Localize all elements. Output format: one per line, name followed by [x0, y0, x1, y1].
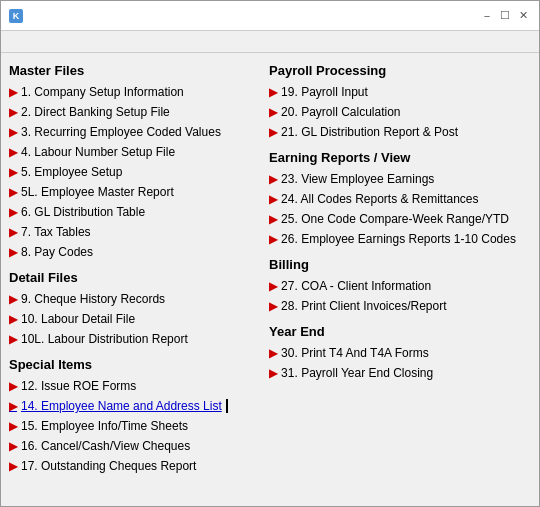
- menu-item-label-27: 27. COA - Client Information: [281, 277, 431, 295]
- menu-item-20[interactable]: ▶20. Payroll Calculation: [269, 102, 531, 122]
- arrow-icon-20: ▶: [269, 104, 277, 121]
- arrow-icon-24: ▶: [269, 191, 277, 208]
- menu-item-label-25: 25. One Code Compare-Week Range/YTD: [281, 210, 509, 228]
- menu-item-9[interactable]: ▶9. Cheque History Records: [9, 289, 257, 309]
- menu-item-8[interactable]: ▶8. Pay Codes: [9, 242, 257, 262]
- menu-item-26[interactable]: ▶26. Employee Earnings Reports 1-10 Code…: [269, 229, 531, 249]
- menu-item-label-17: 17. Outstanding Cheques Report: [21, 457, 196, 475]
- menu-item-label-26: 26. Employee Earnings Reports 1-10 Codes: [281, 230, 516, 248]
- arrow-icon-2: ▶: [9, 104, 17, 121]
- menu-item-label-9: 9. Cheque History Records: [21, 290, 165, 308]
- main-window: K − ☐ ✕ Master Files▶1. Company Setup In…: [0, 0, 540, 507]
- arrow-icon-7: ▶: [9, 224, 17, 241]
- menu-item-6[interactable]: ▶6. GL Distribution Table: [9, 202, 257, 222]
- title-bar: K − ☐ ✕: [1, 1, 539, 31]
- menu-item-25[interactable]: ▶25. One Code Compare-Week Range/YTD: [269, 209, 531, 229]
- menu-item-10[interactable]: ▶10. Labour Detail File: [9, 309, 257, 329]
- menu-item-101[interactable]: ▶10L. Labour Distribution Report: [9, 329, 257, 349]
- arrow-icon-3: ▶: [9, 124, 17, 141]
- maximize-button[interactable]: ☐: [497, 8, 513, 24]
- menu-item-4[interactable]: ▶4. Labour Number Setup File: [9, 142, 257, 162]
- arrow-icon-51: ▶: [9, 184, 17, 201]
- menu-item-51[interactable]: ▶5L. Employee Master Report: [9, 182, 257, 202]
- menu-item-16[interactable]: ▶16. Cancel/Cash/View Cheques: [9, 436, 257, 456]
- arrow-icon-19: ▶: [269, 84, 277, 101]
- arrow-icon-17: ▶: [9, 458, 17, 475]
- section-title-2: Special Items: [9, 357, 257, 372]
- arrow-icon-30: ▶: [269, 345, 277, 362]
- section-title-3: Year End: [269, 324, 531, 339]
- menu-item-label-7: 7. Tax Tables: [21, 223, 91, 241]
- arrow-icon-21: ▶: [269, 124, 277, 141]
- menu-item-label-3: 3. Recurring Employee Coded Values: [21, 123, 221, 141]
- section-title-2: Billing: [269, 257, 531, 272]
- menu-item-24[interactable]: ▶24. All Codes Reports & Remittances: [269, 189, 531, 209]
- cursor-indicator: [226, 399, 240, 413]
- arrow-icon-28: ▶: [269, 298, 277, 315]
- menu-item-2[interactable]: ▶2. Direct Banking Setup File: [9, 102, 257, 122]
- arrow-icon-8: ▶: [9, 244, 17, 261]
- menu-item-12[interactable]: ▶12. Issue ROE Forms: [9, 376, 257, 396]
- menu-item-label-4: 4. Labour Number Setup File: [21, 143, 175, 161]
- menu-item-17[interactable]: ▶17. Outstanding Cheques Report: [9, 456, 257, 476]
- menu-item-28[interactable]: ▶28. Print Client Invoices/Report: [269, 296, 531, 316]
- close-button[interactable]: ✕: [515, 8, 531, 24]
- arrow-icon-25: ▶: [269, 211, 277, 228]
- menu-item-14[interactable]: ▶14. Employee Name and Address List: [9, 396, 257, 416]
- arrow-icon-9: ▶: [9, 291, 17, 308]
- app-icon: K: [9, 9, 23, 23]
- menu-item-label-30: 30. Print T4 And T4A Forms: [281, 344, 429, 362]
- arrow-icon-1: ▶: [9, 84, 17, 101]
- arrow-icon-4: ▶: [9, 144, 17, 161]
- menu-item-label-15: 15. Employee Info/Time Sheets: [21, 417, 188, 435]
- menu-item-label-8: 8. Pay Codes: [21, 243, 93, 261]
- menu-item-19[interactable]: ▶19. Payroll Input: [269, 82, 531, 102]
- section-title-0: Payroll Processing: [269, 63, 531, 78]
- arrow-icon-23: ▶: [269, 171, 277, 188]
- arrow-icon-5: ▶: [9, 164, 17, 181]
- menu-item-5[interactable]: ▶5. Employee Setup: [9, 162, 257, 182]
- title-controls: − ☐ ✕: [479, 8, 531, 24]
- main-content: Master Files▶1. Company Setup Informatio…: [1, 53, 539, 506]
- menu-item-label-101: 10L. Labour Distribution Report: [21, 330, 188, 348]
- menu-item-23[interactable]: ▶23. View Employee Earnings: [269, 169, 531, 189]
- menu-item-label-1: 1. Company Setup Information: [21, 83, 184, 101]
- arrow-icon-6: ▶: [9, 204, 17, 221]
- menu-item-7[interactable]: ▶7. Tax Tables: [9, 222, 257, 242]
- menu-item-27[interactable]: ▶27. COA - Client Information: [269, 276, 531, 296]
- menu-item-label-6: 6. GL Distribution Table: [21, 203, 145, 221]
- menu-item-31[interactable]: ▶31. Payroll Year End Closing: [269, 363, 531, 383]
- section-title-1: Earning Reports / View: [269, 150, 531, 165]
- right-column: Payroll Processing▶19. Payroll Input▶20.…: [265, 63, 531, 496]
- menu-item-label-51: 5L. Employee Master Report: [21, 183, 174, 201]
- menu-item-label-20: 20. Payroll Calculation: [281, 103, 400, 121]
- menu-item-label-28: 28. Print Client Invoices/Report: [281, 297, 446, 315]
- menu-item-label-2: 2. Direct Banking Setup File: [21, 103, 170, 121]
- menu-item-label-5: 5. Employee Setup: [21, 163, 122, 181]
- arrow-icon-12: ▶: [9, 378, 17, 395]
- menu-file[interactable]: [5, 40, 17, 44]
- menu-item-3[interactable]: ▶3. Recurring Employee Coded Values: [9, 122, 257, 142]
- menu-item-label-19: 19. Payroll Input: [281, 83, 368, 101]
- arrow-icon-14: ▶: [9, 398, 17, 415]
- menu-item-label-23: 23. View Employee Earnings: [281, 170, 434, 188]
- arrow-icon-15: ▶: [9, 418, 17, 435]
- section-title-1: Detail Files: [9, 270, 257, 285]
- title-bar-left: K: [9, 9, 29, 23]
- menu-item-label-24: 24. All Codes Reports & Remittances: [281, 190, 478, 208]
- menu-item-30[interactable]: ▶30. Print T4 And T4A Forms: [269, 343, 531, 363]
- menu-item-label-21: 21. GL Distribution Report & Post: [281, 123, 458, 141]
- arrow-icon-31: ▶: [269, 365, 277, 382]
- left-column: Master Files▶1. Company Setup Informatio…: [9, 63, 265, 496]
- menu-item-15[interactable]: ▶15. Employee Info/Time Sheets: [9, 416, 257, 436]
- menu-item-label-14: 14. Employee Name and Address List: [21, 397, 222, 415]
- menu-item-1[interactable]: ▶1. Company Setup Information: [9, 82, 257, 102]
- menu-item-21[interactable]: ▶21. GL Distribution Report & Post: [269, 122, 531, 142]
- arrow-icon-16: ▶: [9, 438, 17, 455]
- minimize-button[interactable]: −: [479, 8, 495, 24]
- arrow-icon-27: ▶: [269, 278, 277, 295]
- menu-help[interactable]: [45, 40, 57, 44]
- menu-tools[interactable]: [25, 40, 37, 44]
- arrow-icon-26: ▶: [269, 231, 277, 248]
- arrow-icon-101: ▶: [9, 331, 17, 348]
